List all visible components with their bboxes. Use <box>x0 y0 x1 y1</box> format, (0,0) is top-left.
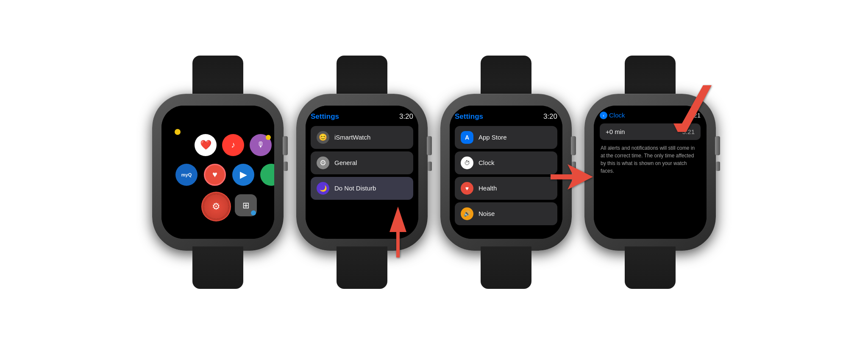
clock-offset-row[interactable]: +0 min 3:21 <box>600 123 701 140</box>
health-label: Health <box>479 185 497 192</box>
watches-container: ❤️ ♪ 🎙 myQ <box>144 85 724 259</box>
app-icon-heartrate[interactable]: ♥ <box>204 164 226 186</box>
watch-btn-4 <box>716 162 720 171</box>
dnd-icon: 🌙 <box>317 182 329 195</box>
settings-title-2: Settings <box>311 112 339 121</box>
settings-item-clock[interactable]: ⏱ Clock <box>455 151 557 174</box>
band-bottom-2 <box>337 246 387 289</box>
app-icon-play[interactable]: ▶ <box>232 164 254 186</box>
band-top-2 <box>337 56 387 98</box>
watch-body-1: ❤️ ♪ 🎙 myQ <box>152 94 284 251</box>
watch-crown-1 <box>283 136 288 155</box>
watch-3: Settings 3:20 A App Store ⏱ Clock <box>440 94 572 251</box>
settings-item-dnd[interactable]: 🌙 Do Not Disturb <box>311 177 413 200</box>
appstore-label: App Store <box>479 134 507 141</box>
watch-screen-1: ❤️ ♪ 🎙 myQ <box>161 106 274 239</box>
general-icon: ⚙ <box>317 157 329 169</box>
app-icon-music[interactable]: ♪ <box>222 134 244 156</box>
app-icon-myq[interactable]: myQ <box>175 164 198 186</box>
settings-time-3: 3:20 <box>543 112 557 121</box>
watch-2: Settings 3:20 😊 iSmartWatch ⚙ General <box>296 94 428 251</box>
watch-body-4: ‹ Clock 3:21 +0 min 3:21 All alerts and … <box>584 94 716 251</box>
noise-label: Noise <box>479 210 495 217</box>
settings-time-2: 3:20 <box>399 112 413 121</box>
watch-btn-1 <box>284 162 288 171</box>
app-icon-green[interactable] <box>260 164 274 186</box>
status-dot-yellow <box>175 129 181 135</box>
watch-crown-3 <box>571 136 576 155</box>
clock-back-label: Clock <box>609 112 625 119</box>
band-top-1 <box>192 56 243 98</box>
noise-icon: 🔊 <box>461 207 473 220</box>
settings-item-general[interactable]: ⚙ General <box>311 151 413 174</box>
app-grid: ❤️ ♪ 🎙 myQ <box>171 126 264 219</box>
screen-apps: ❤️ ♪ 🎙 myQ <box>161 106 274 239</box>
clock-offset-value: 3:21 <box>682 128 695 135</box>
clock-offset-label: +0 min <box>606 128 625 135</box>
screen-clock: ‹ Clock 3:21 +0 min 3:21 All alerts and … <box>594 106 707 239</box>
settings-item-ismartwatch[interactable]: 😊 iSmartWatch <box>311 126 413 149</box>
app-icon-calc[interactable]: ⊞ <box>235 194 257 216</box>
watch-screen-4: ‹ Clock 3:21 +0 min 3:21 All alerts and … <box>594 106 707 239</box>
settings-item-appstore[interactable]: A App Store <box>455 126 557 149</box>
clock-icon: ⏱ <box>461 157 473 169</box>
settings-header-2: Settings 3:20 <box>311 112 413 121</box>
appstore-icon: A <box>461 131 473 144</box>
watch-screen-3: Settings 3:20 A App Store ⏱ Clock <box>450 106 562 239</box>
watch-crown-4 <box>715 136 720 155</box>
watch-screen-2: Settings 3:20 😊 iSmartWatch ⚙ General <box>306 106 418 239</box>
watch-btn-3 <box>572 162 576 171</box>
dnd-label: Do Not Disturb <box>334 185 376 192</box>
band-top-4 <box>625 56 676 98</box>
band-bottom-4 <box>625 246 676 289</box>
watch-crown-2 <box>427 136 432 155</box>
band-top-3 <box>481 56 531 98</box>
band-bottom-3 <box>481 246 531 289</box>
app-icon-settings[interactable]: ⚙ <box>204 194 228 219</box>
settings-item-health[interactable]: ♥ Health <box>455 177 557 200</box>
settings-item-noise[interactable]: 🔊 Noise <box>455 202 557 225</box>
settings-title-3: Settings <box>455 112 483 121</box>
clock-label: Clock <box>479 159 495 166</box>
clock-description: All alerts and notifications will still … <box>600 144 701 175</box>
watch-body-2: Settings 3:20 😊 iSmartWatch ⚙ General <box>296 94 428 251</box>
watch-1: ❤️ ♪ 🎙 myQ <box>152 94 284 251</box>
ismartwatch-icon: 😊 <box>317 131 329 144</box>
screen-settings-3: Settings 3:20 A App Store ⏱ Clock <box>450 106 562 239</box>
watch-body-3: Settings 3:20 A App Store ⏱ Clock <box>440 94 572 251</box>
general-label: General <box>334 159 357 166</box>
clock-header-time: 3:21 <box>688 112 701 119</box>
watch-4: ‹ Clock 3:21 +0 min 3:21 All alerts and … <box>584 94 716 251</box>
app-icon-podcasts[interactable]: 🎙 <box>250 134 272 156</box>
band-bottom-1 <box>192 246 243 289</box>
back-chevron-icon: ‹ <box>600 112 607 119</box>
watch-btn-2 <box>428 162 432 171</box>
screen-settings-2: Settings 3:20 😊 iSmartWatch ⚙ General <box>306 106 418 239</box>
clock-back-button[interactable]: ‹ Clock <box>600 112 625 119</box>
app-icon-health[interactable]: ❤️ <box>195 134 217 156</box>
health-icon: ♥ <box>461 182 473 195</box>
clock-header: ‹ Clock 3:21 <box>600 112 701 119</box>
settings-header-3: Settings 3:20 <box>455 112 557 121</box>
ismartwatch-label: iSmartWatch <box>334 134 370 141</box>
